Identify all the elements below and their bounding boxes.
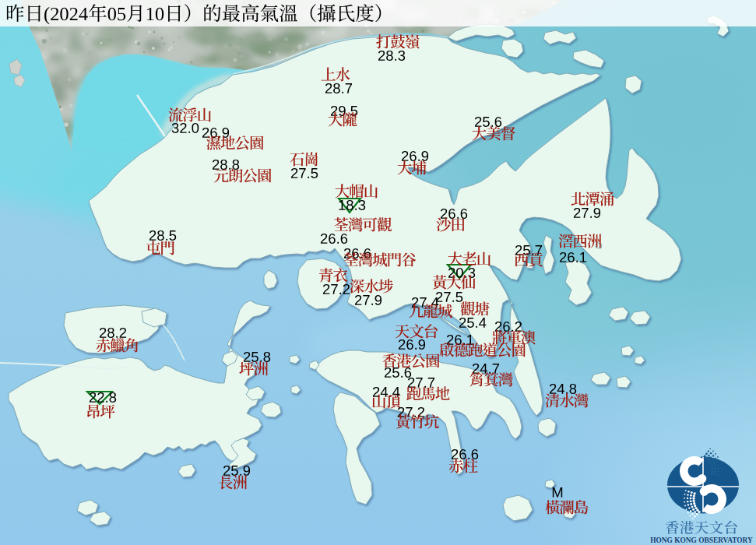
svg-text:HONG KONG OBSERVATORY: HONG KONG OBSERVATORY [650, 536, 753, 544]
